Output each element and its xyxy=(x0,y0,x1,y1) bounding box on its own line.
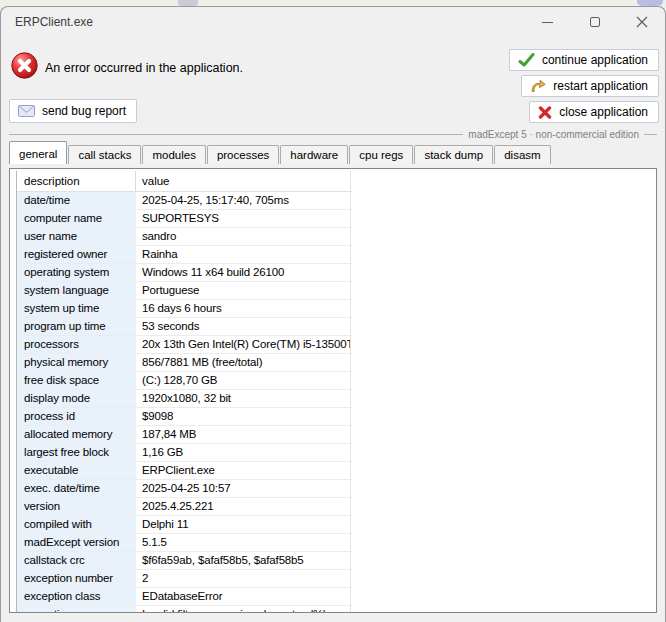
tab-bar: generalcall stacksmodulesprocesseshardwa… xyxy=(9,141,657,164)
table-row[interactable]: system language Portuguese xyxy=(17,282,352,300)
grid-body: date/time 2025-04-25, 15:17:40, 705ms co… xyxy=(17,192,352,613)
divider-line xyxy=(9,134,463,135)
close-button[interactable] xyxy=(618,7,665,37)
table-row[interactable]: system up time 16 days 6 hours xyxy=(17,300,352,318)
tab-disasm[interactable]: disasm xyxy=(494,145,550,164)
tab-general[interactable]: general xyxy=(9,141,67,164)
restart-application-button[interactable]: restart application xyxy=(521,75,659,97)
tab-modules[interactable]: modules xyxy=(142,145,205,164)
cell-description: date/time xyxy=(17,192,136,209)
cell-value: 2 xyxy=(136,570,351,587)
close-application-label: close application xyxy=(559,105,648,119)
error-dialog-window: ERPClient.exe An error occurred in the a… xyxy=(0,6,666,622)
error-icon xyxy=(11,52,38,83)
edition-divider: madExcept 5 · non-commercial edition xyxy=(9,127,657,141)
tab-stack-dump[interactable]: stack dump xyxy=(414,145,493,164)
cell-value: Delphi 11 xyxy=(136,516,351,533)
cell-value: 53 seconds xyxy=(136,318,351,335)
table-row[interactable]: version 2025.4.25.221 xyxy=(17,498,352,516)
edition-label: madExcept 5 · non-commercial edition xyxy=(463,129,644,140)
window-controls xyxy=(524,7,665,37)
cell-value: EDatabaseError xyxy=(136,588,351,605)
table-row[interactable]: allocated memory 187,84 MB xyxy=(17,426,352,444)
cell-description: process id xyxy=(17,408,136,425)
cell-value: $f6fa59ab, $afaf58b5, $afaf58b5 xyxy=(136,552,351,569)
table-row[interactable]: program up time 53 seconds xyxy=(17,318,352,336)
cell-value: 1920x1080, 32 bit xyxy=(136,390,351,407)
title-bar[interactable]: ERPClient.exe xyxy=(1,7,665,37)
check-icon xyxy=(518,53,535,67)
cell-value: Invalid filter expression character: '%'… xyxy=(136,606,351,613)
cell-value: Rainha xyxy=(136,246,351,263)
cell-value: 16 days 6 hours xyxy=(136,300,351,317)
tab-cpu-regs[interactable]: cpu regs xyxy=(349,145,413,164)
cell-description: processors xyxy=(17,336,136,353)
table-row[interactable]: free disk space (C:) 128,70 GB xyxy=(17,372,352,390)
cell-description: compiled with xyxy=(17,516,136,533)
continue-application-button[interactable]: continue application xyxy=(509,49,659,71)
cell-description: system language xyxy=(17,282,136,299)
cell-description: display mode xyxy=(17,390,136,407)
cell-description: callstack crc xyxy=(17,552,136,569)
cell-description: madExcept version xyxy=(17,534,136,551)
table-row[interactable]: compiled with Delphi 11 xyxy=(17,516,352,534)
cell-description: user name xyxy=(17,228,136,245)
table-row[interactable]: processors 20x 13th Gen Intel(R) Core(TM… xyxy=(17,336,352,354)
tab-processes[interactable]: processes xyxy=(207,145,279,164)
table-row[interactable]: user name sandro xyxy=(17,228,352,246)
table-row[interactable]: callstack crc $f6fa59ab, $afaf58b5, $afa… xyxy=(17,552,352,570)
table-row[interactable]: physical memory 856/7881 MB (free/total) xyxy=(17,354,352,372)
window-title: ERPClient.exe xyxy=(15,15,93,29)
cell-value: 20x 13th Gen Intel(R) Core(TM) i5-13500T xyxy=(136,336,351,353)
table-row[interactable]: date/time 2025-04-25, 15:17:40, 705ms xyxy=(17,192,352,210)
column-header-value[interactable]: value xyxy=(136,171,351,191)
cell-description: allocated memory xyxy=(17,426,136,443)
envelope-icon xyxy=(18,105,35,117)
table-row[interactable]: display mode 1920x1080, 32 bit xyxy=(17,390,352,408)
cell-value: 1,16 GB xyxy=(136,444,351,461)
maximize-button[interactable] xyxy=(571,7,618,37)
cell-value: 187,84 MB xyxy=(136,426,351,443)
close-application-button[interactable]: close application xyxy=(529,101,659,123)
minimize-icon xyxy=(542,22,553,23)
send-bug-report-label: send bug report xyxy=(42,104,126,118)
cell-description: computer name xyxy=(17,210,136,227)
column-header-description[interactable]: description xyxy=(17,171,136,191)
cell-description: exception number xyxy=(17,570,136,587)
cell-description: system up time xyxy=(17,300,136,317)
info-grid: description value date/time 2025-04-25, … xyxy=(16,171,352,613)
cell-value: ERPClient.exe xyxy=(136,462,351,479)
table-row[interactable]: largest free block 1,16 GB xyxy=(17,444,352,462)
cell-description: largest free block xyxy=(17,444,136,461)
table-row[interactable]: exception class EDatabaseError xyxy=(17,588,352,606)
tab-call-stacks[interactable]: call stacks xyxy=(68,145,141,164)
cell-description: executable xyxy=(17,462,136,479)
table-row[interactable]: exception number 2 xyxy=(17,570,352,588)
table-row[interactable]: registered owner Rainha xyxy=(17,246,352,264)
table-row[interactable]: executable ERPClient.exe xyxy=(17,462,352,480)
table-row[interactable]: madExcept version 5.1.5 xyxy=(17,534,352,552)
error-message: An error occurred in the application. xyxy=(45,61,243,75)
general-tab-panel: description value date/time 2025-04-25, … xyxy=(9,168,657,613)
cell-value: $9098 xyxy=(136,408,351,425)
cell-value: 2025-04-25 10:57 xyxy=(136,480,351,497)
table-row[interactable]: exec. date/time 2025-04-25 10:57 xyxy=(17,480,352,498)
divider-line xyxy=(644,134,657,135)
table-row[interactable]: operating system Windows 11 x64 build 26… xyxy=(17,264,352,282)
red-x-icon xyxy=(538,106,552,119)
table-row[interactable]: process id $9098 xyxy=(17,408,352,426)
cell-value: Portuguese xyxy=(136,282,351,299)
minimize-button[interactable] xyxy=(524,7,571,37)
cell-description: version xyxy=(17,498,136,515)
table-row[interactable]: exception message Invalid filter express… xyxy=(17,606,352,613)
restart-application-label: restart application xyxy=(553,79,648,93)
action-buttons: continue application restart application… xyxy=(509,49,659,123)
cell-value: 856/7881 MB (free/total) xyxy=(136,354,351,371)
cell-value: SUPORTESYS xyxy=(136,210,351,227)
tab-hardware[interactable]: hardware xyxy=(280,145,348,164)
cell-value: Windows 11 x64 build 26100 xyxy=(136,264,351,281)
table-row[interactable]: computer name SUPORTESYS xyxy=(17,210,352,228)
cell-value: 5.1.5 xyxy=(136,534,351,551)
cell-value: (C:) 128,70 GB xyxy=(136,372,351,389)
send-bug-report-button[interactable]: send bug report xyxy=(9,99,137,123)
